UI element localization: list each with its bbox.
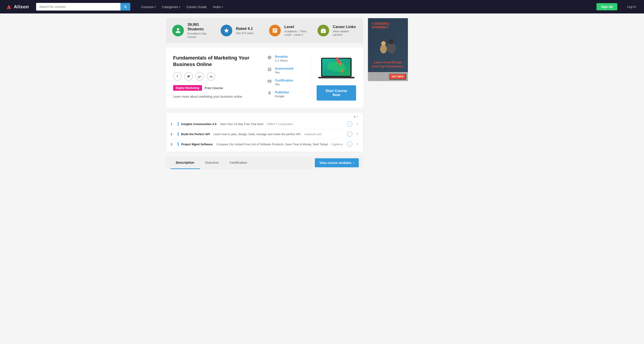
view-modules-button[interactable]: View course modules › xyxy=(315,158,359,167)
brand-logo[interactable]: Alison xyxy=(6,3,29,10)
courses-caret: ▾ xyxy=(154,6,156,8)
ad-item-2: 2 Build the Perfect API Learn how to pla… xyxy=(171,129,358,139)
ad-brand-1: CMNTY Corporation xyxy=(267,122,293,126)
search-button[interactable] xyxy=(120,3,130,11)
course-details: Duration 1-2 Hours Assessment Yes xyxy=(262,55,311,101)
svg-point-2 xyxy=(210,75,210,76)
general-assembly-logo: ● GENERAL ASSEMBLY xyxy=(372,22,404,29)
navbar: Alison Courses ▾ Categories ▾ Career Gui… xyxy=(0,0,644,14)
ad-close-1[interactable]: ✕ xyxy=(356,122,358,125)
right-sidebar: ● GENERAL ASSEMBLY Learn Visual Design f… xyxy=(363,14,408,174)
ad-brand-3: Capterra xyxy=(332,143,343,146)
ad-title-1[interactable]: Insights Communities 2.0 xyxy=(181,122,216,126)
course-info: Fundamentals of Marketing Your Business … xyxy=(173,55,262,101)
ad-cta-1[interactable]: › xyxy=(347,121,352,127)
nav-hubs[interactable]: Hubs ▾ xyxy=(213,5,223,9)
linkedin-share-button[interactable] xyxy=(207,72,215,81)
stat-career[interactable]: Career Links View related careers xyxy=(318,25,357,36)
ad-desc-1: Start Your 14-Day Free Trial Now! xyxy=(220,122,264,126)
tab-outcome[interactable]: Outcome xyxy=(200,156,224,169)
tab-description[interactable]: Description xyxy=(170,156,200,169)
start-course-button[interactable]: Start Course Now xyxy=(316,85,356,101)
ad-close-2[interactable]: ✕ xyxy=(356,132,358,136)
ad-title-3[interactable]: Project Mgmt Software xyxy=(181,143,213,146)
nav-career-guide[interactable]: Career Guide xyxy=(186,5,207,9)
stat-icon-level xyxy=(269,25,281,36)
linkedin-icon xyxy=(210,75,212,78)
ad-header: ▶ ✕ xyxy=(171,115,358,118)
brand-name: Alison xyxy=(14,4,29,10)
alison-logo-icon xyxy=(6,3,12,10)
ad-item-1: 1 Insights Communities 2.0 Start Your 14… xyxy=(171,119,358,129)
stat-students: 39,991 Students Enrolled in this course xyxy=(172,23,212,39)
ad-title-2[interactable]: Build the Perfect API xyxy=(181,132,210,136)
ad-cta-3[interactable]: › xyxy=(347,141,352,147)
search-container xyxy=(36,3,130,11)
get-info-button[interactable]: GET INFO xyxy=(389,74,406,79)
course-illustration xyxy=(317,55,356,82)
hubs-caret: ▾ xyxy=(222,6,223,8)
certification-icon xyxy=(267,79,272,84)
course-description: Learn more about marketing your business… xyxy=(173,94,254,99)
ad-bar-2 xyxy=(178,132,178,136)
detail-publisher-text: Publisher Google xyxy=(275,90,289,98)
chevron-right-icon: › xyxy=(353,161,354,164)
ads-section: ▶ ✕ 1 Insights Communities 2.0 Start You… xyxy=(166,112,363,152)
assessment-icon xyxy=(267,67,272,72)
tab-certification[interactable]: Certification xyxy=(224,156,252,169)
svg-point-14 xyxy=(380,45,387,53)
stat-text-students: 39,991 Students Enrolled in this course xyxy=(188,23,212,39)
svg-point-15 xyxy=(381,41,386,46)
digital-marketing-tag[interactable]: Digital Marketing xyxy=(173,85,202,91)
search-input[interactable] xyxy=(36,3,120,10)
ad-cta-2[interactable]: › xyxy=(347,131,352,137)
sidebar-ad-illustration xyxy=(377,37,399,55)
detail-duration: Duration 1-2 Hours xyxy=(267,55,306,62)
ad-num-1: 1 xyxy=(171,122,175,126)
detail-duration-text: Duration 1-2 Hours xyxy=(275,55,288,62)
nav-categories[interactable]: Categories ▾ xyxy=(162,5,180,9)
svg-point-17 xyxy=(388,39,394,44)
svg-rect-13 xyxy=(329,77,344,77)
tabs-header: Description Outcome Certification View c… xyxy=(166,156,363,169)
facebook-share-button[interactable]: f xyxy=(173,72,182,81)
login-button[interactable]: Log In xyxy=(624,3,638,10)
search-icon xyxy=(124,5,127,9)
stat-text-career: Career Links View related careers xyxy=(333,25,357,36)
nav-links: Courses ▾ Categories ▾ Career Guide Hubs… xyxy=(141,5,223,9)
ad-item-3: 3 Project Mgmt Software Compare Our Inst… xyxy=(171,139,358,149)
content-area: 39,991 Students Enrolled in this course … xyxy=(166,14,363,174)
detail-certification-text: Certification Yes xyxy=(275,79,293,86)
briefcase-icon xyxy=(320,28,326,34)
stat-icon-career xyxy=(318,25,329,36)
detail-assessment-text: Assessment Yes xyxy=(275,67,294,74)
sidebar-ad-footer: GET INFO xyxy=(368,72,408,81)
free-course-label: Free Course xyxy=(205,86,223,90)
stats-bar: 39,991 Students Enrolled in this course … xyxy=(166,18,363,43)
twitter-share-button[interactable] xyxy=(184,72,193,81)
ad-bar-3 xyxy=(178,142,178,146)
ad-bar-1 xyxy=(178,122,178,126)
signup-button[interactable]: Sign Up xyxy=(596,3,617,10)
ad-desc-3: Compare Our Instant Free List of Softwar… xyxy=(216,143,328,146)
sidebar-ad: ● GENERAL ASSEMBLY Learn Visual Design f… xyxy=(368,18,408,81)
chart-icon xyxy=(272,28,278,34)
publisher-icon xyxy=(267,91,272,96)
course-cta: Start Course Now xyxy=(311,55,356,101)
stat-icon-students xyxy=(172,25,184,36)
nav-courses[interactable]: Courses ▾ xyxy=(141,5,156,9)
course-card: Fundamentals of Marketing Your Business … xyxy=(166,48,363,108)
ad-label: ▶ ✕ xyxy=(354,115,358,118)
stat-text-rating: Rated 4.1 Out of 5 stars xyxy=(236,27,254,35)
googleplus-share-button[interactable]: g+ xyxy=(196,72,204,81)
ad-num-3: 3 xyxy=(171,143,175,146)
sidebar-ad-tagline: Learn Visual Design from Top Practitione… xyxy=(372,60,404,69)
students-icon xyxy=(175,28,181,34)
stat-level: Level Academic - Third Level - Level 1 xyxy=(269,25,308,36)
course-title: Fundamentals of Marketing Your Business … xyxy=(173,55,254,68)
sidebar-ad-image: ● GENERAL ASSEMBLY Learn Visual Design f… xyxy=(368,18,408,72)
ad-desc-2: Learn how to plan, design, build, manage… xyxy=(214,132,301,136)
ad-close-3[interactable]: ✕ xyxy=(356,143,358,146)
svg-point-11 xyxy=(341,69,343,73)
clock-icon xyxy=(267,55,272,60)
